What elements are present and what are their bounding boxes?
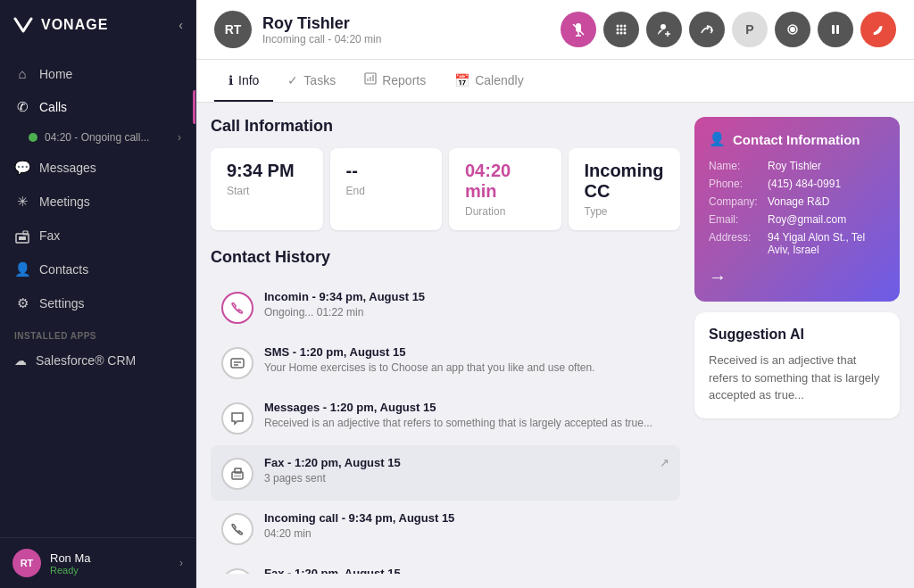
svg-point-9	[617, 29, 619, 31]
contact-field-email: Email: Roy@gmail.com	[709, 213, 885, 226]
history-item[interactable]: Incomin - 9:34 pm, August 15 Ongoing... …	[211, 279, 680, 335]
history-list: Incomin - 9:34 pm, August 15 Ongoing... …	[211, 279, 680, 574]
contact-label-address: Address:	[709, 231, 762, 256]
avatar: RT	[12, 549, 41, 577]
history-item-title: Fax - 1:20 pm, August 15	[264, 567, 669, 574]
add-contact-button[interactable]	[646, 12, 682, 47]
history-item-content: SMS - 1:20 pm, August 15 Your Home exerc…	[264, 345, 669, 376]
sidebar-item-settings-label: Settings	[39, 296, 85, 311]
sidebar-item-fax-label: Fax	[39, 228, 60, 243]
sidebar-item-contacts[interactable]: 👤 Contacts	[0, 253, 195, 286]
history-sms-icon	[221, 347, 253, 379]
active-call-label: 04:20 - Ongoing call...	[45, 131, 170, 144]
hangup-button[interactable]	[860, 12, 896, 47]
suggestion-ai-title: Suggestion AI	[709, 327, 885, 343]
call-duration-label: Duration	[465, 205, 545, 218]
salesforce-icon: ☁	[14, 353, 27, 368]
contact-card-header: 👤 Contact Information	[709, 131, 885, 147]
tab-info-label: Info	[238, 73, 259, 87]
svg-point-10	[620, 29, 623, 31]
svg-point-13	[620, 32, 623, 35]
history-item-desc: Received is an adjective that refers to …	[264, 416, 669, 431]
svg-rect-26	[231, 359, 244, 368]
contact-value-email: Roy@gmail.com	[768, 213, 846, 226]
transfer-button[interactable]	[689, 12, 725, 47]
caller-details: Roy Tishler Incoming call - 04:20 min	[262, 14, 381, 46]
external-link-icon[interactable]: ↗	[660, 456, 669, 469]
tab-calendly-label: Calendly	[475, 73, 523, 87]
history-item[interactable]: SMS - 1:20 pm, August 15 Your Home exerc…	[211, 335, 680, 390]
sidebar-footer: RT Ron Ma Ready ›	[0, 537, 195, 588]
tabs: ℹ Info ✓ Tasks Reports 📅 Calendly	[196, 60, 914, 103]
contact-card: 👤 Contact Information Name: Roy Tishler …	[694, 117, 900, 302]
user-status: Ready	[50, 565, 91, 576]
contact-value-phone: (415) 484-0991	[768, 178, 841, 190]
history-item[interactable]: Fax - 1:20 pm, August 15 1 pages receive…	[211, 556, 680, 574]
avatar-initials: RT	[21, 558, 34, 568]
history-phone-icon	[221, 513, 253, 545]
tab-tasks[interactable]: ✓ Tasks	[273, 61, 350, 102]
sidebar-item-fax[interactable]: Fax	[0, 219, 195, 253]
contact-history-title: Contact History	[211, 248, 680, 267]
svg-point-19	[790, 27, 795, 32]
salesforce-label: Salesforce® CRM	[36, 353, 136, 368]
sidebar: VONAGE ‹ ⌂ Home ✆ Calls 04:20 - Ongoing …	[0, 0, 196, 588]
history-fax-icon	[221, 458, 253, 490]
suggestion-ai-text: Received is an adjective that refers to …	[709, 352, 885, 404]
contact-card-arrow-button[interactable]: →	[709, 267, 885, 287]
call-item-chevron-icon: ›	[178, 131, 181, 144]
call-start-value: 9:34 PM	[227, 161, 307, 181]
vonage-v-icon	[12, 14, 34, 36]
vonage-logo-text: VONAGE	[41, 17, 108, 33]
active-call-item[interactable]: 04:20 - Ongoing call... ›	[0, 124, 195, 151]
history-item-desc: 3 pages sent	[264, 471, 669, 486]
sidebar-item-calls[interactable]: ✆ Calls	[0, 90, 195, 124]
tab-calendly[interactable]: 📅 Calendly	[440, 61, 537, 102]
footer-chevron-icon[interactable]: ›	[179, 557, 183, 569]
history-item[interactable]: Incoming call - 9:34 pm, August 15 04:20…	[211, 501, 680, 556]
sidebar-item-meetings[interactable]: ✳ Meetings	[0, 185, 195, 219]
history-fax2-icon	[221, 568, 253, 574]
caller-info: RT Roy Tishler Incoming call - 04:20 min	[214, 11, 381, 48]
history-item-content: Fax - 1:20 pm, August 15 1 pages receive…	[264, 567, 669, 574]
settings-icon: ⚙	[14, 295, 30, 311]
sidebar-item-calls-label: Calls	[39, 100, 67, 114]
sidebar-item-settings[interactable]: ⚙ Settings	[0, 286, 195, 320]
keypad-button[interactable]	[603, 12, 639, 47]
user-details: Ron Ma Ready	[50, 551, 91, 576]
call-controls: P	[561, 12, 896, 47]
history-message-icon	[221, 402, 253, 435]
info-tab-icon: ℹ	[228, 73, 233, 87]
record-button[interactable]	[775, 12, 810, 47]
tab-info[interactable]: ℹ Info	[214, 61, 273, 102]
contact-label-phone: Phone:	[709, 178, 762, 190]
history-item[interactable]: Messages - 1:20 pm, August 15 Received i…	[211, 390, 680, 445]
meetings-icon: ✳	[14, 194, 30, 210]
svg-point-12	[617, 32, 619, 35]
installed-apps-label: INSTALLED APPS	[0, 320, 195, 344]
svg-rect-21	[836, 25, 839, 34]
svg-rect-30	[235, 468, 241, 473]
history-item-content: Incomin - 9:34 pm, August 15 Ongoing... …	[264, 290, 669, 320]
sidebar-collapse-button[interactable]: ‹	[179, 18, 183, 32]
history-item-title: SMS - 1:20 pm, August 15	[264, 345, 669, 359]
call-end-value: --	[346, 161, 427, 181]
mute-button[interactable]	[561, 12, 596, 47]
sidebar-item-home[interactable]: ⌂ Home	[0, 57, 195, 90]
contact-value-company: Vonage R&D	[768, 195, 829, 208]
history-item-content: Incoming call - 9:34 pm, August 15 04:20…	[264, 511, 669, 542]
call-info-title: Call Information	[211, 117, 680, 136]
contact-label-email: Email:	[709, 213, 762, 226]
suggestion-ai-card: Suggestion AI Received is an adjective t…	[694, 312, 900, 418]
park-button[interactable]: P	[732, 12, 768, 47]
main-panel: RT Roy Tishler Incoming call - 04:20 min	[196, 0, 914, 588]
sidebar-item-salesforce[interactable]: ☁ Salesforce® CRM	[0, 344, 195, 377]
history-item[interactable]: Fax - 1:20 pm, August 15 3 pages sent ↗	[211, 445, 680, 501]
active-call-dot	[29, 133, 37, 142]
sidebar-item-messages[interactable]: 💬 Messages	[0, 151, 195, 185]
contact-value-name: Roy Tishler	[768, 160, 821, 172]
left-panel: Call Information 9:34 PM Start -- End 04…	[211, 117, 680, 574]
tab-reports[interactable]: Reports	[350, 60, 440, 102]
sidebar-item-messages-label: Messages	[39, 161, 96, 175]
pause-button[interactable]	[818, 12, 853, 47]
